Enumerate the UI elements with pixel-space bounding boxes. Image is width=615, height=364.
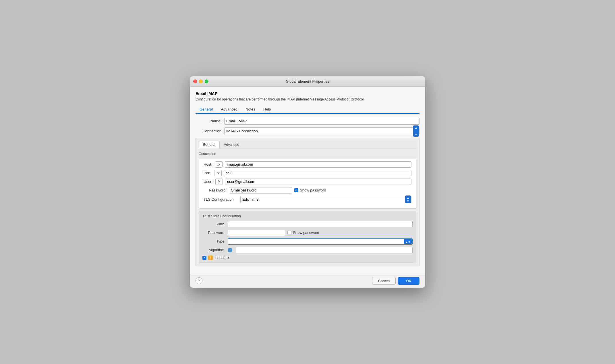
host-label: Host:: [204, 162, 213, 166]
ts-show-password-label: Show password: [293, 231, 319, 235]
host-input[interactable]: [225, 161, 411, 168]
port-label: Port:: [204, 171, 212, 175]
tls-select[interactable]: Edit inline: [240, 196, 411, 203]
user-row: User: fx: [204, 179, 411, 185]
show-password-wrapper: Show password: [294, 188, 326, 192]
window-title: Global Element Properties: [286, 79, 329, 84]
ts-algorithm-row: Algorithm: i: [202, 247, 413, 253]
dialog-footer: ? Cancel OK: [190, 274, 425, 288]
minimize-button[interactable]: [199, 80, 203, 83]
connection-label: Connection: [196, 129, 224, 133]
traffic-lights: [193, 80, 208, 83]
tls-select-wrapper: Edit inline ▲▼: [240, 196, 411, 203]
user-input[interactable]: [225, 179, 411, 185]
tab-general-outer[interactable]: General: [196, 105, 217, 114]
show-password-label: Show password: [300, 188, 326, 192]
name-input[interactable]: [224, 118, 419, 125]
dialog-description: Configuration for operations that are pe…: [196, 97, 419, 102]
host-fx-button[interactable]: fx: [215, 161, 223, 168]
trust-store-title: Trust Store Configuration: [202, 214, 413, 218]
trust-store-panel: Trust Store Configuration Path: Password…: [199, 211, 416, 263]
warning-icon: !: [208, 255, 213, 260]
help-icon: ?: [198, 279, 200, 283]
ts-path-row: Path:: [202, 221, 413, 227]
inner-panel: General Advanced Connection Host: fx Por…: [196, 138, 419, 266]
dialog-title: Email IMAP: [196, 91, 419, 96]
ts-type-label: Type:: [202, 239, 225, 243]
port-row: Port: fx: [204, 170, 411, 176]
tab-advanced-inner[interactable]: Advanced: [220, 141, 243, 148]
ts-password-input[interactable]: [228, 230, 285, 236]
name-row: Name:: [196, 118, 419, 125]
close-button[interactable]: [193, 80, 197, 83]
tls-row: TLS Configuration Edit inline ▲▼: [204, 196, 411, 203]
ts-type-row: Type: ▲▼: [202, 238, 413, 245]
inner-tabs: General Advanced: [199, 141, 416, 148]
insecure-row: ! Insecure: [202, 255, 413, 260]
dialog-body: Email IMAP Configuration for operations …: [190, 87, 425, 274]
main-window: Global Element Properties Email IMAP Con…: [190, 76, 425, 288]
connection-section-label: Connection: [199, 152, 416, 156]
ts-path-input[interactable]: [228, 221, 413, 227]
password-row: Password: Show password: [204, 187, 411, 193]
tls-label: TLS Configuration: [204, 197, 238, 202]
ts-type-select[interactable]: [228, 238, 413, 245]
port-fx-button[interactable]: fx: [214, 170, 222, 176]
host-row: Host: fx: [204, 161, 411, 168]
tab-help-outer[interactable]: Help: [259, 105, 275, 113]
connection-select[interactable]: IMAPS Connection: [224, 127, 419, 135]
tab-general-inner[interactable]: General: [199, 141, 220, 148]
maximize-button[interactable]: [205, 80, 208, 83]
password-input[interactable]: [229, 187, 292, 193]
insecure-label: Insecure: [214, 255, 229, 260]
fx-icon-port: fx: [216, 171, 219, 175]
connection-fields-panel: Host: fx Port: fx User:: [199, 158, 416, 209]
ts-password-row: Password: Show password: [202, 230, 413, 236]
dialog-header: Email IMAP Configuration for operations …: [196, 91, 419, 102]
fx-icon-user: fx: [218, 179, 221, 184]
password-label: Password:: [204, 188, 227, 192]
ts-algorithm-label: Algorithm:: [202, 248, 225, 252]
show-password-checkbox[interactable]: [294, 188, 298, 192]
user-fx-button[interactable]: fx: [215, 179, 223, 185]
algorithm-info-icon[interactable]: i: [228, 248, 232, 252]
port-input[interactable]: [224, 170, 411, 176]
ts-path-label: Path:: [202, 222, 225, 226]
insecure-checkbox[interactable]: [202, 256, 206, 260]
fx-icon: fx: [217, 162, 220, 166]
ok-button[interactable]: OK: [398, 277, 419, 285]
user-label: User:: [204, 179, 214, 184]
ts-algorithm-input[interactable]: [236, 247, 413, 253]
help-button[interactable]: ?: [196, 277, 202, 284]
ts-show-password-checkbox[interactable]: [287, 231, 291, 235]
ts-password-label: Password:: [202, 231, 225, 235]
tab-advanced-outer[interactable]: Advanced: [217, 105, 241, 113]
title-bar: Global Element Properties: [190, 76, 425, 87]
name-label: Name:: [196, 119, 224, 123]
ts-type-select-wrapper: ▲▼: [228, 238, 413, 245]
outer-tabs: General Advanced Notes Help: [196, 105, 419, 114]
connection-row: Connection IMAPS Connection ▲▼: [196, 127, 419, 135]
tab-notes-outer[interactable]: Notes: [241, 105, 259, 113]
connection-select-wrapper: IMAPS Connection ▲▼: [224, 127, 419, 135]
warning-icon-text: !: [210, 256, 211, 259]
info-icon-text: i: [230, 248, 231, 251]
ts-show-password-wrapper: Show password: [287, 231, 319, 235]
footer-buttons: Cancel OK: [372, 277, 419, 285]
cancel-button[interactable]: Cancel: [372, 277, 396, 285]
